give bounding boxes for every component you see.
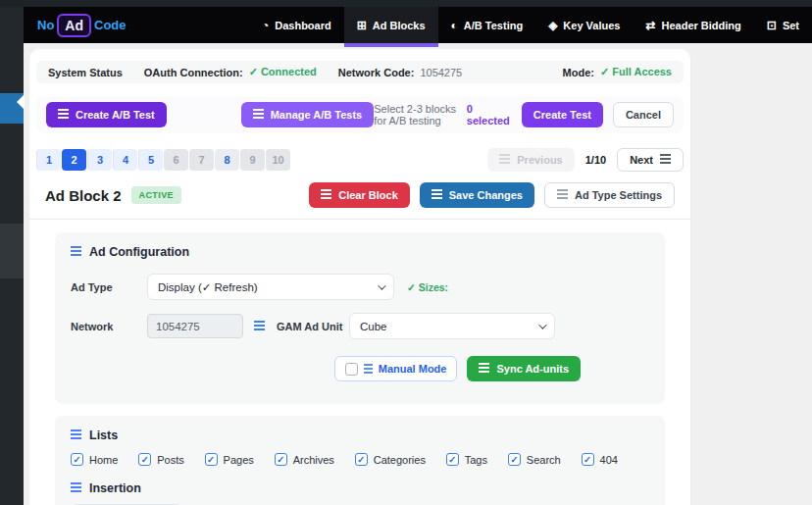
lines-icon	[58, 109, 69, 121]
mode-value: ✓ Full Access	[600, 66, 672, 78]
list-checkbox-categories[interactable]: ✓ Categories	[355, 453, 426, 466]
lists-title: Lists	[71, 429, 649, 442]
page-button-5[interactable]: 5	[138, 149, 163, 171]
next-page-button[interactable]: Next	[617, 148, 684, 172]
sidebar-secondary-item[interactable]	[0, 224, 24, 278]
nav-item-settings[interactable]: ⊡ Set	[754, 7, 812, 43]
list-checkbox-search[interactable]: ✓ Search	[508, 453, 561, 466]
button-label: Save Changes	[449, 189, 523, 201]
ad-type-settings-button[interactable]: Ad Type Settings	[544, 182, 675, 208]
manage-ab-tests-button[interactable]: Manage A/B Tests	[241, 102, 375, 127]
page-button-6[interactable]: 6	[164, 149, 188, 171]
clear-block-button[interactable]: Clear Block	[309, 182, 410, 208]
checkbox-label: Pages	[224, 454, 254, 466]
lines-icon	[71, 429, 81, 441]
button-label: Clear Block	[338, 189, 398, 201]
nav-item-key-values[interactable]: ◈ Key Values	[535, 7, 633, 43]
ad-type-value: Display (✓ Refresh)	[158, 280, 258, 294]
checkbox-checked-icon[interactable]: ✓	[138, 453, 151, 466]
checkbox-checked-icon[interactable]: ✓	[71, 453, 83, 466]
card-title-label: Lists	[89, 429, 118, 442]
button-label: Create A/B Test	[76, 109, 155, 121]
ad-type-select[interactable]: Display (✓ Refresh)	[147, 274, 394, 300]
list-checkbox-404[interactable]: ✓ 404	[582, 453, 618, 466]
selected-count: 0 selected	[467, 103, 510, 126]
manual-mode-toggle[interactable]: Manual Mode	[334, 356, 458, 381]
page-button-7[interactable]: 7	[189, 149, 214, 171]
checkbox-unchecked-icon[interactable]	[345, 363, 358, 376]
page-indicator: 1/10	[585, 154, 606, 166]
insertion-title: Insertion	[71, 481, 649, 495]
main-nav: ◔ Dashboard ⊞ Ad Blocks ◐ A/B Testing ◈ …	[249, 7, 812, 43]
ad-type-label: Ad Type	[71, 281, 147, 293]
oauth-status-value: ✓ Connected	[249, 66, 317, 78]
active-menu-arrow-icon	[17, 94, 25, 110]
checkbox-label: Categories	[374, 454, 426, 466]
checkbox-checked-icon[interactable]: ✓	[508, 453, 521, 466]
gam-ad-unit-value: Cube	[360, 321, 387, 332]
checkbox-checked-icon[interactable]: ✓	[446, 453, 459, 466]
nav-label: Header Bidding	[662, 20, 741, 31]
half-circle-icon: ◐	[451, 20, 458, 31]
nav-item-dashboard[interactable]: ◔ Dashboard	[249, 7, 344, 43]
page-button-10[interactable]: 10	[266, 149, 290, 171]
logo-ad-badge: Ad	[57, 14, 91, 37]
nav-item-header-bidding[interactable]: ⇄ Header Bidding	[633, 7, 753, 43]
nav-label: Key Values	[563, 20, 620, 31]
lines-icon	[557, 189, 568, 201]
section-divider	[29, 219, 690, 220]
list-checkbox-pages[interactable]: ✓ Pages	[205, 453, 254, 466]
checkbox-checked-icon[interactable]: ✓	[205, 453, 218, 466]
previous-page-button[interactable]: Previous	[487, 148, 574, 172]
page-button-8[interactable]: 8	[215, 149, 239, 171]
ab-selection-hint: Select 2-3 blocks for A/B testing	[374, 103, 457, 126]
button-label: Create Test	[533, 109, 591, 121]
page-button-3[interactable]: 3	[87, 149, 112, 171]
network-code-label: Network Code:	[338, 67, 415, 78]
app-logo: No Ad Code	[37, 7, 127, 43]
create-ab-test-button[interactable]: Create A/B Test	[46, 102, 167, 127]
lines-icon	[71, 246, 81, 258]
list-checkbox-tags[interactable]: ✓ Tags	[446, 453, 487, 466]
network-input[interactable]	[147, 314, 243, 338]
page-button-9[interactable]: 9	[240, 149, 265, 171]
shuffle-icon: ⇄	[645, 20, 655, 31]
lines-icon	[499, 154, 510, 166]
ab-testing-toolbar: Create A/B Test Manage A/B Tests Select …	[36, 96, 684, 133]
chevron-down-icon	[378, 281, 385, 289]
system-status-bar: System Status OAuth Connection: ✓ Connec…	[36, 61, 684, 83]
page-button-1[interactable]: 1	[36, 149, 61, 171]
network-code-value: 1054275	[420, 67, 462, 78]
cancel-button[interactable]: Cancel	[613, 102, 674, 127]
button-label: Next	[630, 154, 653, 166]
create-test-button[interactable]: Create Test	[522, 102, 603, 127]
list-checkbox-posts[interactable]: ✓ Posts	[138, 453, 184, 466]
checkbox-label: Tags	[465, 454, 487, 466]
nav-item-ad-blocks[interactable]: ⊞ Ad Blocks	[344, 7, 438, 43]
lines-icon	[253, 109, 264, 121]
sync-ad-units-button[interactable]: Sync Ad-units	[467, 356, 581, 381]
oauth-label: OAuth Connection:	[144, 67, 243, 78]
checkbox-label: 404	[600, 454, 618, 466]
lines-icon	[321, 189, 331, 201]
checkbox-checked-icon[interactable]: ✓	[355, 453, 368, 466]
lists-card: Lists ✓ Home ✓ Posts ✓ Pages ✓ Archives …	[55, 416, 665, 505]
active-status-badge: ACTIVE	[131, 186, 181, 204]
list-checkbox-home[interactable]: ✓ Home	[71, 453, 118, 466]
page-button-2[interactable]: 2	[62, 149, 86, 171]
save-changes-button[interactable]: Save Changes	[420, 182, 534, 208]
ad-configuration-card: Ad Configuration Ad Type Display (✓ Refr…	[55, 232, 665, 404]
ad-block-header: Ad Block 2 ACTIVE Clear Block Save Chang…	[45, 181, 675, 209]
wp-admin-sidebar[interactable]	[0, 7, 24, 505]
pagination: 1 2 3 4 5 6 7 8 9 10 Previous 1/10 Next	[36, 148, 684, 172]
gam-ad-unit-select[interactable]: Cube	[349, 313, 555, 339]
checkbox-checked-icon[interactable]: ✓	[582, 453, 594, 466]
ad-block-title: Ad Block 2	[45, 187, 122, 204]
app-header: No Ad Code ◔ Dashboard ⊞ Ad Blocks ◐ A/B…	[24, 7, 812, 43]
nav-item-ab-testing[interactable]: ◐ A/B Testing	[438, 7, 536, 43]
gauge-icon: ◔	[262, 20, 269, 31]
list-checkbox-archives[interactable]: ✓ Archives	[275, 453, 334, 466]
page-button-4[interactable]: 4	[113, 149, 137, 171]
system-status-label: System Status	[48, 67, 123, 78]
checkbox-checked-icon[interactable]: ✓	[275, 453, 287, 466]
